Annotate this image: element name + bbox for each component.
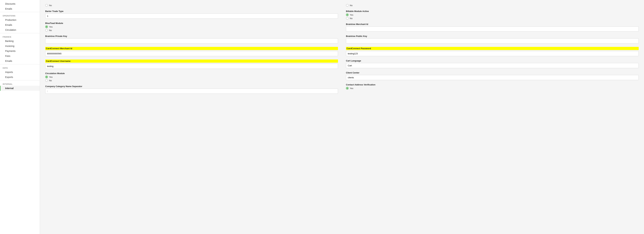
field-partial-no-left: No [45,4,338,7]
radio-label-yes: Yes [350,87,353,90]
radio-circle-no [346,17,348,20]
radio-option-no[interactable]: No [45,29,338,31]
radio-label-no: No [350,4,352,7]
input-company-category-name-separator[interactable] [45,89,338,94]
sidebar-item-production[interactable]: Production [0,17,40,22]
sidebar-item-label: Production [5,19,16,21]
sidebar-item-fees[interactable]: Fees [0,53,40,58]
field-braintree-merchant-id: Braintree Merchant Id [346,23,639,31]
field-company-category-name-separator: Company Category Name Separator [45,85,338,94]
input-braintree-merchant-id[interactable] [346,26,639,31]
sidebar-item-banking[interactable]: Banking [0,38,40,43]
radio-label-no: No [350,17,352,20]
label-bluetoad-module: BlueToad Module [45,22,338,24]
radio-circulation: Yes No [45,76,338,82]
radio-label-no: No [49,79,52,82]
label-billable-module-active: Billable Module Active [346,10,639,12]
sidebar-item-emails-ops[interactable]: Emails [0,22,40,27]
sidebar-item-emails-finance[interactable]: Emails [0,58,40,63]
sidebar-item-label: Invoicing [5,45,14,47]
sidebar-item-emails-top[interactable]: Emails [0,6,40,11]
field-cardconnect-merchant-id: CardConnect Merchant Id [45,47,338,56]
sidebar-item-imports[interactable]: Imports [0,70,40,75]
radio-billable: Yes No [346,13,639,20]
sidebar-divider-data [0,64,40,64]
sidebar-item-payments[interactable]: Payments [0,48,40,53]
radio-label-yes: Yes [49,25,52,28]
sidebar-item-label: Emails [5,7,12,10]
sidebar-item-label: Emails [5,23,12,26]
radio-label-yes: Yes [49,76,52,78]
radio-option-yes[interactable]: Yes [45,76,338,78]
radio-contact-address: Yes [346,87,639,90]
field-cardconnect-username: CardConnect Username [45,59,338,69]
radio-label-no: No [49,4,52,7]
radio-option-yes[interactable]: Yes [346,13,639,16]
sidebar-item-exports[interactable]: Exports [0,75,40,80]
radio-option-no[interactable]: No [45,79,338,82]
form-grid: No Barter Trade Type BlueToad Module Yes [45,4,639,94]
field-partial-no-right: No [346,4,639,7]
label-company-category-name-separator: Company Category Name Separator [45,85,338,88]
label-circulation-module: Circulation Module [45,72,338,75]
sidebar-divider-finance [0,33,40,33]
sidebar-item-label: Discounts [5,2,15,5]
sidebar-item-circulation[interactable]: Circulation [0,27,40,32]
radio-circle-yes [346,87,348,90]
field-contact-address-verification: Contact Address Verification Yes [346,83,639,90]
label-braintree-merchant-id: Braintree Merchant Id [346,23,639,25]
input-barter-trade-type[interactable] [45,13,338,19]
radio-option-yes[interactable]: Yes [45,25,338,28]
input-cardconnect-password[interactable] [346,51,639,56]
input-client-center[interactable] [346,75,639,80]
field-billable-module-active: Billable Module Active Yes No [346,10,639,20]
left-column: No Barter Trade Type BlueToad Module Yes [45,4,338,94]
sidebar-item-label: Banking [5,40,14,42]
label-cardconnect-merchant-id: CardConnect Merchant Id [45,47,338,50]
radio-option-no[interactable]: No [346,4,639,7]
sidebar-item-label: Fees [5,55,10,57]
label-contact-address-verification: Contact Address Verification [346,83,639,86]
radio-option-no[interactable]: No [346,17,639,20]
input-braintree-public-key[interactable] [346,38,639,43]
sidebar-section-internal: Internal [0,81,40,86]
field-circulation-module: Circulation Module Yes No [45,72,338,82]
input-cardconnect-username[interactable] [45,64,338,69]
input-cardconnect-merchant-id[interactable] [45,51,338,56]
label-barter-trade-type: Barter Trade Type [45,10,338,12]
radio-group: No [45,4,338,7]
main-content: No Barter Trade Type BlueToad Module Yes [40,0,644,234]
label-cardconnect-password: CardConnect Password [346,47,639,50]
radio-circle-no [45,79,48,82]
label-braintree-public-key: Braintree Public Key [346,35,639,37]
right-column: No Billable Module Active Yes No [346,4,639,94]
sidebar-item-discounts[interactable]: Discounts [0,1,40,6]
sidebar-section-operations: Operations [0,13,40,17]
sidebar-item-internal[interactable]: Internal [0,86,40,91]
radio-group-partial-no: No [346,4,639,7]
radio-label-yes: Yes [350,14,353,16]
sidebar-section-finance: Finance [0,34,40,38]
sidebar-item-label: Internal [5,87,14,90]
radio-option-no[interactable]: No [45,4,338,7]
sidebar-item-label: Imports [5,71,13,73]
radio-label-no: No [49,29,52,31]
label-braintree-private-key: Braintree Private Key [45,35,338,37]
radio-circle-no [45,29,48,31]
radio-circle-yes [346,13,348,16]
sidebar-item-label: Emails [5,60,12,62]
sidebar-divider [0,12,40,12]
label-cardconnect-username: CardConnect Username [45,59,338,63]
field-cart-language: Cart Language [346,59,639,68]
sidebar-section-data: Data [0,65,40,70]
field-barter-trade-type: Barter Trade Type [45,10,338,19]
radio-option-yes[interactable]: Yes [346,87,639,90]
sidebar-item-invoicing[interactable]: Invoicing [0,43,40,48]
label-client-center: Client Center [346,71,639,74]
field-braintree-public-key: Braintree Public Key [346,35,639,43]
field-cardconnect-password: CardConnect Password [346,47,639,56]
radio-bluetoad: Yes No [45,25,338,31]
input-cart-language[interactable] [346,63,639,68]
radio-circle-no [45,4,48,7]
input-braintree-private-key[interactable] [45,38,338,43]
